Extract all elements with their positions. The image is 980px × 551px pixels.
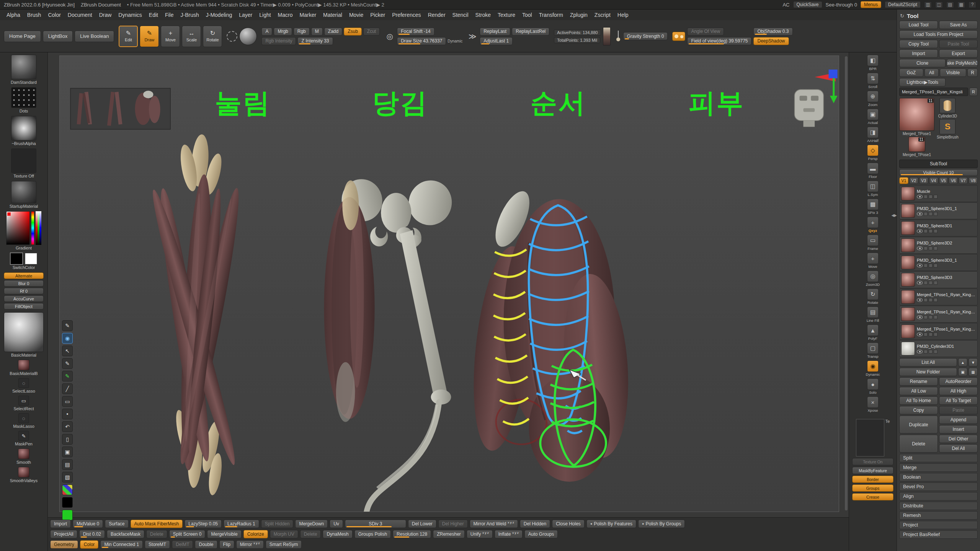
menu-item[interactable]: Material xyxy=(320,11,346,19)
menu-item[interactable]: Texture xyxy=(494,11,519,19)
right-shelf-toggle[interactable]: ◨ AAHalf xyxy=(864,127,882,143)
right-shelf-toggle[interactable]: ▲ PolyF xyxy=(864,324,882,341)
menu-item[interactable]: Macro xyxy=(274,11,296,19)
bottom-bar-button[interactable]: DynaMesh xyxy=(323,530,352,538)
menu-item[interactable]: Layer xyxy=(235,11,256,19)
tool-subsection-header[interactable]: Bevel Pro xyxy=(899,483,978,491)
import-button[interactable]: Import xyxy=(899,49,938,58)
clone-button[interactable]: Clone xyxy=(899,59,946,67)
texture-on-button[interactable]: Texture On xyxy=(852,458,893,465)
subtool-paint-toggle-icon[interactable] xyxy=(929,298,933,302)
bottom-bar-button[interactable]: Split Hidden xyxy=(261,520,294,528)
bottom-bar-button[interactable]: Min Connected 1 xyxy=(100,540,143,549)
del-other-button[interactable]: Del Other xyxy=(939,435,978,443)
menu-item[interactable]: Document xyxy=(64,11,96,19)
subtool-paint-toggle-icon[interactable] xyxy=(929,315,933,319)
subtool-mask-toggle-icon[interactable] xyxy=(934,264,938,267)
menu-item[interactable]: File xyxy=(162,11,177,19)
subtool-row[interactable]: PM3D_Sphere3D2 xyxy=(899,237,978,254)
tool-rename-button[interactable]: R xyxy=(969,88,978,96)
right-shelf-toggle[interactable]: ◇ Persp xyxy=(864,145,882,161)
subtool-brush-toggle-icon[interactable] xyxy=(924,350,928,354)
right-shelf-toggle[interactable]: × Xpose xyxy=(864,396,882,412)
subtool-row[interactable]: PM3D_Sphere3D1 xyxy=(899,220,978,236)
hue-strip[interactable] xyxy=(31,211,34,245)
sidebar-small-button[interactable]: Rf 0 xyxy=(4,288,44,294)
draw-size-slider[interactable]: Draw Size 43.76337 xyxy=(397,37,446,45)
bottom-bar-button[interactable]: Dist 0.02 xyxy=(79,530,105,538)
goz-r-button[interactable]: R xyxy=(967,68,978,77)
subtool-brush-toggle-icon[interactable] xyxy=(924,298,928,302)
see-through-slider[interactable]: See-through 0 xyxy=(826,2,857,8)
scale-button[interactable]: ↔Scale xyxy=(182,26,201,47)
material-thumbnail[interactable]: MaskPen xyxy=(15,431,33,446)
list-all-button[interactable]: List All xyxy=(899,358,957,367)
material-thumbnail[interactable]: MaskLasso xyxy=(13,413,34,429)
subtool-mask-toggle-icon[interactable] xyxy=(934,350,938,354)
bottom-bar-button[interactable]: Unifyx y z xyxy=(467,530,493,538)
bottom-bar-button[interactable]: ProjectAll xyxy=(50,530,77,538)
line-icon[interactable]: ╱ xyxy=(62,383,73,394)
tool-subsection-header[interactable]: Project BasRelief xyxy=(899,530,978,539)
menus-button[interactable]: Menus xyxy=(861,1,881,8)
rename-button[interactable]: Rename xyxy=(899,377,938,386)
right-shelf-toggle[interactable]: ◉ Dynamic xyxy=(864,360,882,377)
subtool-row[interactable]: Merged_TPose1_Ryan_Kingslie xyxy=(899,289,978,305)
brush-thumbnail[interactable]: StartupMaterial xyxy=(10,181,38,209)
tool-subsection-header[interactable]: Split xyxy=(899,454,978,462)
gravity-strength-slider[interactable]: Gravity Strength 0 xyxy=(623,32,668,40)
green-swatch[interactable] xyxy=(62,510,73,520)
right-shelf-toggle[interactable]: ▭ Frame xyxy=(864,235,882,251)
brush-thumbnail[interactable]: Dots xyxy=(11,87,36,113)
bottom-bar-button[interactable]: SDiv 3 xyxy=(345,520,406,528)
del-all-button[interactable]: Del All xyxy=(939,444,978,453)
canvas-area[interactable]: 눌림당김순서피부 ✎◉↖✎✎╱▭•↶▯▣▤▧ xyxy=(48,52,849,517)
make-polymesh3d-button[interactable]: Make PolyMesh3D xyxy=(947,59,978,67)
bottom-bar-button[interactable]: Colorize xyxy=(243,530,268,538)
right-shelf-toggle[interactable]: + Qxyz xyxy=(864,217,882,233)
subtool-paint-toggle-icon[interactable] xyxy=(929,333,933,336)
home-page-button[interactable]: Home Page xyxy=(4,31,41,42)
subtool-paint-toggle-icon[interactable] xyxy=(929,281,933,285)
duplicate-button[interactable]: Duplicate xyxy=(899,416,938,434)
bottom-bar-button[interactable]: Close Holes xyxy=(552,520,585,528)
subtool-paint-toggle-icon[interactable] xyxy=(929,229,933,233)
subtool-brush-toggle-icon[interactable] xyxy=(924,315,928,319)
bottom-bar-button[interactable]: Del Higher xyxy=(438,520,468,528)
tool-subsection-header[interactable]: Project xyxy=(899,521,978,529)
zadd-button[interactable]: Zadd xyxy=(324,28,342,36)
material-thumbnail[interactable]: SelectLasso xyxy=(12,378,35,393)
right-shelf-toggle[interactable]: ⊕ Zoom xyxy=(864,91,882,107)
subtool-view-tab[interactable]: V1 xyxy=(899,177,908,184)
recent-tool-thumbnail[interactable]: 11 xyxy=(908,137,925,152)
material-thumbnail[interactable]: Smooth xyxy=(16,448,31,465)
bottom-bar-button[interactable]: Auto Mask FiberMesh xyxy=(131,520,183,528)
bottom-bar-button[interactable]: ●Polish By Features xyxy=(586,520,636,528)
subtool-up-icon[interactable]: ▲ xyxy=(958,358,967,367)
subtool-brush-toggle-icon[interactable] xyxy=(924,281,928,285)
sidebar-small-button[interactable]: Alternate xyxy=(4,272,44,279)
right-shelf-toggle[interactable]: ▢ Transp xyxy=(864,342,882,359)
right-shelf-toggle[interactable]: ◫ L.Sym xyxy=(864,181,882,197)
active-tool-thumbnail[interactable]: 11 xyxy=(899,98,934,131)
paste-tool-button[interactable]: Paste Tool xyxy=(939,40,978,48)
bottom-bar-button[interactable]: Delete xyxy=(300,530,321,538)
quicksave-button[interactable]: QuickSave xyxy=(793,1,822,8)
rgb-intensity-slider[interactable]: Rgb Intensity xyxy=(261,37,296,45)
bottom-bar-button[interactable]: StoreMT xyxy=(145,540,170,549)
menu-item[interactable]: Alpha xyxy=(3,11,24,19)
help-circle-icon[interactable]: ? xyxy=(969,2,976,8)
undo-icon[interactable]: ↶ xyxy=(62,421,73,432)
bottom-bar-button[interactable]: ZRemesher xyxy=(433,530,465,538)
palette-reload-icon[interactable]: ↻ xyxy=(900,13,904,19)
tool-subsection-header[interactable]: Distribute xyxy=(899,502,978,510)
all-to-home-button[interactable]: All To Home xyxy=(899,396,938,405)
tool-subsection-header[interactable]: Remesh xyxy=(899,511,978,520)
visibility-eye-icon[interactable]: ◉ xyxy=(62,333,73,344)
visibility-eye-icon[interactable] xyxy=(917,315,923,319)
bottom-bar-button[interactable]: Del Hidden xyxy=(520,520,550,528)
menu-item[interactable]: Help xyxy=(614,11,632,19)
replay-last-button[interactable]: ReplayLast xyxy=(480,28,510,36)
menu-item[interactable]: J-Modeling xyxy=(203,11,235,19)
replay-lastrel-button[interactable]: ReplayLastRel xyxy=(512,28,549,36)
